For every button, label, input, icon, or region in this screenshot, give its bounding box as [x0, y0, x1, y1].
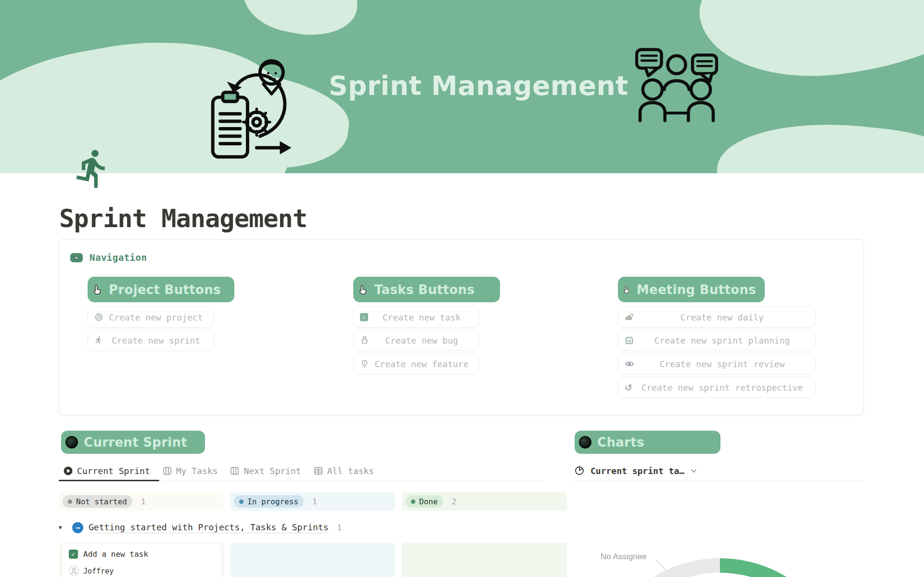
eye-icon — [625, 359, 634, 369]
create-new-project-button[interactable]: Create new project — [88, 307, 214, 328]
status-pill-not-started[interactable]: Not started — [63, 495, 132, 508]
button-label: Create new task — [372, 312, 461, 322]
table-icon — [314, 466, 323, 475]
column-count: 1 — [312, 497, 317, 506]
chart-view-title: Current sprint ta… — [590, 466, 684, 476]
status-pill-in-progress[interactable]: In progress — [234, 495, 304, 508]
status-dot — [411, 500, 415, 504]
checkbox-icon: ✓ — [360, 313, 368, 321]
tab-my-tasks[interactable]: My Tasks — [163, 466, 218, 476]
runner-icon — [94, 336, 103, 345]
column-header-done: Done 2 — [402, 492, 567, 511]
tasks-buttons-pill[interactable]: Tasks Buttons — [353, 277, 500, 302]
tab-next-sprint[interactable]: Next Sprint — [230, 466, 301, 476]
assignee-donut-chart — [568, 543, 895, 577]
create-new-bug-button[interactable]: Create new bug — [353, 330, 479, 351]
task-card[interactable]: ✓ Add a new task Joffrey — [62, 543, 222, 577]
black-circle-icon — [65, 436, 78, 449]
column-count: 2 — [452, 497, 457, 506]
column-body-done — [402, 543, 567, 577]
board-icon — [163, 466, 172, 475]
getting-started-icon: → — [72, 522, 83, 533]
create-new-sprint-review-button[interactable]: Create new sprint review — [618, 353, 816, 374]
collapse-triangle-icon[interactable]: ▼ — [59, 525, 69, 531]
column-body-in-progress — [230, 543, 395, 577]
create-new-feature-button[interactable]: Create new feature — [353, 353, 479, 374]
board-tabs: Current Sprint My Tasks Next Sprint All … — [59, 462, 374, 479]
create-new-task-button[interactable]: ✓ Create new task — [353, 307, 479, 328]
column-count: 1 — [141, 497, 146, 506]
pill-label: Charts — [597, 435, 644, 449]
tab-label: All tasks — [327, 466, 374, 476]
status-pill-done[interactable]: Done — [406, 495, 443, 508]
pill-label: Project Buttons — [109, 282, 221, 297]
tab-label: Next Sprint — [244, 466, 301, 476]
bug-icon — [360, 336, 369, 345]
status-dot — [239, 500, 244, 504]
sprint-group-title[interactable]: Getting started with Projects, Tasks & S… — [89, 522, 329, 533]
button-label: Create new sprint review — [649, 359, 784, 369]
meeting-illustration-icon — [635, 46, 718, 124]
black-circle-icon — [579, 436, 591, 449]
status-label: Not started — [76, 497, 127, 506]
button-label: Create new sprint — [101, 335, 200, 346]
task-title: Add a new task — [83, 550, 148, 559]
status-label: In progress — [247, 497, 298, 506]
task-checkbox[interactable]: ✓ — [69, 550, 78, 559]
undo-icon: ↺ — [625, 383, 632, 392]
active-tab-underline — [59, 480, 159, 481]
pill-label: Current Sprint — [84, 435, 187, 449]
assignee-name: Joffrey — [83, 567, 114, 576]
banner-blob — [689, 0, 924, 95]
button-label: Create new bug — [374, 335, 458, 346]
column-header-in-progress: In progress 1 — [230, 492, 395, 511]
current-sprint-pill[interactable]: Current Sprint — [61, 431, 205, 454]
calendar-icon — [625, 336, 634, 345]
hand-cursor-icon — [358, 284, 369, 295]
banner-title: Sprint Management — [329, 70, 629, 101]
sprint-group-count: 1 — [337, 523, 342, 532]
chart-divider — [575, 481, 865, 481]
pill-label: Tasks Buttons — [374, 282, 475, 297]
page-title: Sprint Management — [59, 204, 307, 233]
target-icon — [94, 313, 103, 322]
avatar-person-icon — [69, 566, 79, 576]
status-dot — [68, 500, 72, 504]
create-new-sprint-button[interactable]: Create new sprint — [88, 330, 214, 351]
hand-cursor-icon — [92, 284, 103, 295]
sun-cloud-icon — [625, 312, 634, 322]
navigation-card: Navigation Project Buttons Create new pr… — [59, 239, 864, 415]
button-label: Create new feature — [364, 359, 468, 369]
chevron-down-icon — [691, 469, 697, 473]
bulb-icon — [360, 359, 369, 369]
banner-blob — [236, 0, 365, 45]
charts-pill[interactable]: Charts — [575, 431, 720, 454]
tab-label: Current Sprint — [77, 466, 150, 476]
running-person-page-icon — [71, 147, 114, 190]
project-buttons-pill[interactable]: Project Buttons — [88, 277, 234, 302]
navigation-section-label: Navigation — [90, 252, 147, 263]
page-cover-banner: Sprint Management — [0, 0, 924, 173]
tab-current-sprint[interactable]: Current Sprint — [64, 466, 150, 476]
button-cursor-icon — [70, 253, 83, 262]
create-new-sprint-retrospective-button[interactable]: ↺ Create new sprint retrospective — [618, 377, 816, 398]
button-label: Create new daily — [670, 312, 764, 322]
sprint-group-row: ▼ → Getting started with Projects, Tasks… — [59, 518, 342, 537]
pie-chart-icon — [575, 466, 584, 475]
meeting-buttons-pill[interactable]: Meeting Buttons — [618, 277, 765, 302]
button-label: Create new sprint planning — [644, 335, 790, 346]
button-label: Create new project — [98, 312, 203, 322]
donut-green-segment — [600, 565, 840, 577]
chart-view-selector[interactable]: Current sprint ta… — [575, 462, 697, 479]
tab-all-tasks[interactable]: All tasks — [314, 466, 374, 476]
pill-label: Meeting Buttons — [637, 282, 756, 297]
sprint-cycle-illustration-icon — [210, 54, 293, 162]
tab-label: My Tasks — [176, 466, 218, 476]
banner-blob — [711, 112, 924, 173]
play-circle-icon — [64, 466, 73, 475]
column-header-not-started: Not started 1 — [59, 492, 224, 511]
status-label: Done — [419, 497, 438, 506]
create-new-sprint-planning-button[interactable]: Create new sprint planning — [618, 330, 816, 351]
hand-cursor-icon — [623, 284, 631, 295]
create-new-daily-button[interactable]: Create new daily — [618, 307, 816, 328]
